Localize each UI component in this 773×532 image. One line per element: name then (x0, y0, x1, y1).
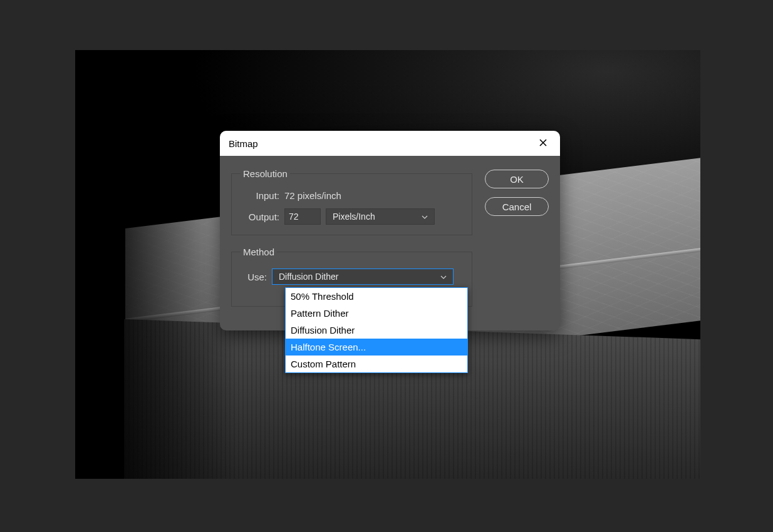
output-field[interactable] (284, 208, 321, 225)
resolution-group: Resolution Input: 72 pixels/inch Output:… (231, 168, 472, 235)
cancel-button[interactable]: Cancel (485, 197, 549, 216)
use-label: Use: (241, 272, 267, 282)
unit-select[interactable]: Pixels/Inch (326, 208, 435, 225)
resolution-legend: Resolution (241, 168, 290, 179)
dialog-titlebar[interactable]: Bitmap (220, 131, 560, 156)
input-label: Input: (241, 190, 279, 201)
close-icon[interactable] (535, 136, 551, 151)
unit-select-value: Pixels/Inch (333, 212, 375, 222)
ok-button[interactable]: OK (485, 170, 549, 188)
method-select-value: Diffusion Dither (279, 272, 338, 282)
chevron-down-icon (440, 274, 447, 280)
method-option[interactable]: Diffusion Dither (286, 322, 467, 339)
method-option[interactable]: Halftone Screen... (286, 339, 467, 356)
method-option[interactable]: Pattern Dither (286, 305, 467, 322)
input-value: 72 pixels/inch (284, 190, 341, 201)
output-label: Output: (241, 212, 279, 222)
chevron-down-icon (422, 213, 428, 220)
method-option[interactable]: 50% Threshold (286, 288, 467, 305)
method-select[interactable]: Diffusion Dither (272, 269, 454, 285)
method-dropdown[interactable]: 50% ThresholdPattern DitherDiffusion Dit… (285, 287, 468, 373)
method-legend: Method (241, 247, 277, 257)
method-option[interactable]: Custom Pattern (286, 356, 467, 372)
dialog-title: Bitmap (229, 138, 258, 149)
